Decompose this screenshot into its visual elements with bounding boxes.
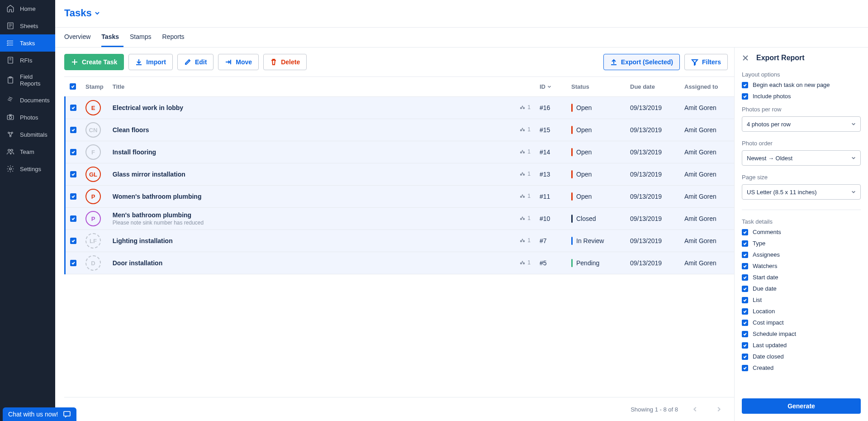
task-row[interactable]: D Door installation 1 #5 Pending 09/13/2… [65,252,735,274]
binoculars-icon [519,104,526,110]
sidebar-item-photos[interactable]: Photos [0,109,55,126]
row-checkbox[interactable] [70,193,76,200]
import-button[interactable]: Import [128,54,173,70]
detail-label: Start date [753,274,778,281]
detail-checkbox-list[interactable]: List [742,297,861,303]
main-content: Tasks OverviewTasksStampsReports Create … [55,0,868,421]
detail-checkbox-watchers[interactable]: Watchers [742,263,861,269]
task-row[interactable]: F Install flooring 1 #14 Open 09/13/2019… [65,141,735,163]
sidebar-item-tasks[interactable]: Tasks [0,34,55,52]
task-id: #13 [535,163,567,186]
page-size-value: US Letter (8.5 x 11 inches) [747,189,817,196]
col-header-status[interactable]: Status [567,77,626,97]
detail-checkbox-location[interactable]: Location [742,308,861,315]
tab-stamps[interactable]: Stamps [130,28,156,47]
col-header-due[interactable]: Due date [626,77,680,97]
detail-checkbox-comments[interactable]: Comments [742,229,861,235]
task-row[interactable]: CN Clean floors 1 #15 Open 09/13/2019 Am… [65,119,735,141]
detail-checkbox-cost-impact[interactable]: Cost impact [742,319,861,326]
assigned-to: Amit Goren [680,141,734,163]
edit-button[interactable]: Edit [177,54,213,70]
close-export-button[interactable] [742,54,749,62]
detail-checkbox-last-updated[interactable]: Last updated [742,342,861,349]
prev-page-button[interactable] [689,403,702,416]
row-checkbox[interactable] [70,260,76,266]
include-photos-checkbox[interactable]: Include photos [742,93,861,100]
status-indicator [571,104,573,112]
detail-label: Created [753,364,773,371]
task-row[interactable]: LF Lighting installation 1 #7 In Review … [65,230,735,252]
row-checkbox[interactable] [70,171,76,177]
generate-button[interactable]: Generate [742,398,861,414]
assigned-to: Amit Goren [680,163,734,186]
filters-button[interactable]: Filters [684,54,728,70]
task-id: #14 [535,141,567,163]
photos-per-row-select[interactable]: 4 photos per row [742,116,861,132]
col-header-checkbox[interactable] [65,77,81,97]
sidebar-item-field-reports[interactable]: Field Reports [0,69,55,91]
page-size-select[interactable]: US Letter (8.5 x 11 inches) [742,184,861,200]
detail-checkbox-due-date[interactable]: Due date [742,285,861,292]
tab-tasks[interactable]: Tasks [101,28,123,47]
task-id: #10 [535,208,567,230]
detail-checkbox-start-date[interactable]: Start date [742,274,861,281]
row-checkbox[interactable] [70,238,76,244]
submittals-icon [6,130,14,139]
binoculars-icon [519,171,526,177]
row-checkbox[interactable] [70,215,76,222]
sidebar-item-settings[interactable]: Settings [0,160,55,177]
detail-checkbox-assignees[interactable]: Assignees [742,251,861,258]
home-icon [6,5,14,13]
import-label: Import [146,58,166,66]
sidebar-item-team[interactable]: Team [0,143,55,160]
status-indicator [571,192,573,201]
detail-checkbox-schedule-impact[interactable]: Schedule impact [742,330,861,337]
layout-options-label: Layout options [742,71,861,78]
task-row[interactable]: P Women's bathroom plumbing 1 #11 Open 0… [65,186,735,208]
col-header-id[interactable]: ID [535,77,567,97]
detail-checkbox-date-closed[interactable]: Date closed [742,353,861,360]
task-row[interactable]: GL Glass mirror installation 1 #13 Open … [65,163,735,186]
status-indicator [571,215,573,223]
export-selected-button[interactable]: Export (Selected) [603,54,680,70]
move-button[interactable]: Move [218,54,259,70]
stamp-badge: P [85,189,101,204]
watchers-count: 1 [519,215,531,221]
task-subtitle: Please note sink number has reduced [113,220,503,226]
photos-icon [6,113,14,121]
col-header-stamp[interactable]: Stamp [81,77,108,97]
delete-button[interactable]: Delete [263,54,307,70]
sidebar-item-label: RFIs [20,57,32,64]
status-label: Open [576,104,592,111]
chevron-down-icon [547,85,551,89]
sidebar-item-documents[interactable]: Documents [0,91,55,109]
sidebar-item-rfis[interactable]: RFIs [0,52,55,69]
detail-label: Type [753,240,765,247]
watchers-count: 1 [519,259,531,266]
sidebar-item-sheets[interactable]: Sheets [0,17,55,34]
row-checkbox[interactable] [70,149,76,155]
row-checkbox[interactable] [70,105,76,111]
photo-order-select[interactable]: Newest → Oldest [742,150,861,166]
task-row[interactable]: P Men's bathroom plumbing Please note si… [65,208,735,230]
sidebar-item-submittals[interactable]: Submittals [0,126,55,143]
tab-reports[interactable]: Reports [162,28,189,47]
task-row[interactable]: E Electrical work in lobby 1 #16 Open 09… [65,97,735,119]
col-header-assigned[interactable]: Assigned to [680,77,734,97]
begin-new-page-checkbox[interactable]: Begin each task on new page [742,81,861,88]
create-task-button[interactable]: Create Task [64,54,124,70]
detail-checkbox-type[interactable]: Type [742,240,861,247]
move-icon [225,58,232,66]
chat-widget[interactable]: Chat with us now! [3,407,76,421]
detail-checkbox-created[interactable]: Created [742,364,861,371]
due-date: 09/13/2019 [626,252,680,274]
col-header-title[interactable]: Title [108,77,508,97]
sidebar-item-home[interactable]: Home [0,0,55,17]
tab-overview[interactable]: Overview [64,28,95,47]
row-checkbox[interactable] [70,127,76,133]
filters-label: Filters [702,58,721,66]
next-page-button[interactable] [712,403,725,416]
export-label: Export (Selected) [621,58,673,66]
watchers-count: 1 [519,193,531,199]
page-title[interactable]: Tasks [64,7,100,19]
